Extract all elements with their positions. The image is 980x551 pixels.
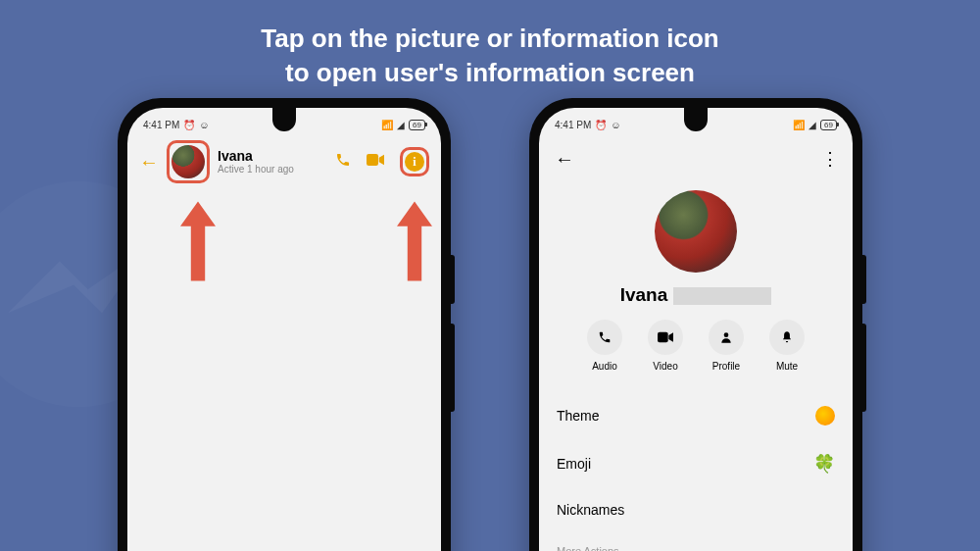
wifi-icon: 📶 [381,120,393,130]
contact-avatar[interactable] [172,145,205,178]
pointer-arrow-info [397,200,432,282]
info-screen: 4:41 PM ⏰ ☺ 📶 ◢ 69 ← ⋮ Ivana [539,108,853,551]
action-label: Video [653,361,677,372]
avatar-highlight [167,140,210,183]
status-time: 4:41 PM [555,120,591,130]
action-video[interactable]: Video [648,320,683,372]
battery-indicator: 69 [820,120,837,130]
action-profile[interactable]: Profile [709,320,744,372]
row-emoji[interactable]: Emoji 🍀 [539,439,853,488]
info-header: ← ⋮ [539,137,853,180]
theme-color-icon [815,406,835,426]
phone-info: 4:41 PM ⏰ ☺ 📶 ◢ 69 ← ⋮ Ivana [529,98,862,551]
wifi-icon: 📶 [793,120,805,130]
row-label: Nicknames [557,502,624,518]
pointer-arrow-avatar [180,200,216,282]
active-status: Active 1 hour ago [218,164,327,175]
call-icon[interactable] [335,152,351,172]
action-row: Audio Video Profile Mute [539,320,853,372]
row-theme[interactable]: Theme [539,392,853,439]
svg-rect-1 [367,154,378,166]
camera-icon [648,320,683,355]
action-label: Profile [712,361,740,372]
info-icon[interactable]: i [405,152,424,172]
bell-icon [769,320,805,355]
status-time: 4:41 PM [143,120,179,130]
profile-name-text: Ivana [620,284,668,305]
message-icon: ☺ [199,120,209,130]
message-icon: ☺ [611,120,620,130]
row-label: Emoji [557,456,591,472]
phone-chat: 4:41 PM ⏰ ☺ 📶 ◢ 69 ← Ivana Active 1 hour… [118,98,451,551]
more-icon[interactable]: ⋮ [821,148,837,170]
notch [684,108,708,131]
profile-name: Ivana [539,284,853,306]
instruction-text: Tap on the picture or information icon t… [0,22,980,90]
section-more-actions: More Actions [539,531,853,551]
redacted-surname [673,287,771,305]
action-label: Audio [592,361,617,372]
battery-indicator: 69 [409,120,425,130]
action-label: Mute [776,361,798,372]
instruction-line2: to open user's information screen [0,56,980,90]
signal-icon: ◢ [397,120,405,130]
video-icon[interactable] [367,153,384,171]
contact-name: Ivana [218,148,327,164]
phone-icon [587,320,622,355]
signal-icon: ◢ [808,120,816,130]
back-icon[interactable]: ← [139,151,159,174]
chat-header: ← Ivana Active 1 hour ago i [127,137,441,186]
back-icon[interactable]: ← [555,148,574,171]
action-audio[interactable]: Audio [587,320,622,372]
svg-rect-2 [658,332,668,343]
svg-point-3 [724,332,729,337]
chat-screen: 4:41 PM ⏰ ☺ 📶 ◢ 69 ← Ivana Active 1 hour… [127,108,441,551]
alarm-icon: ⏰ [183,120,195,130]
settings-list: Theme Emoji 🍀 Nicknames More Actions Vie… [539,392,853,551]
instruction-line1: Tap on the picture or information icon [0,22,980,56]
notch [272,108,296,131]
alarm-icon: ⏰ [595,120,607,130]
clover-icon: 🍀 [813,453,835,475]
contact-name-block[interactable]: Ivana Active 1 hour ago [218,148,327,175]
person-icon [709,320,744,355]
profile-avatar[interactable] [655,190,737,273]
row-nicknames[interactable]: Nicknames [539,488,853,531]
row-label: Theme [557,408,600,424]
action-mute[interactable]: Mute [769,320,805,372]
info-highlight: i [400,147,429,176]
